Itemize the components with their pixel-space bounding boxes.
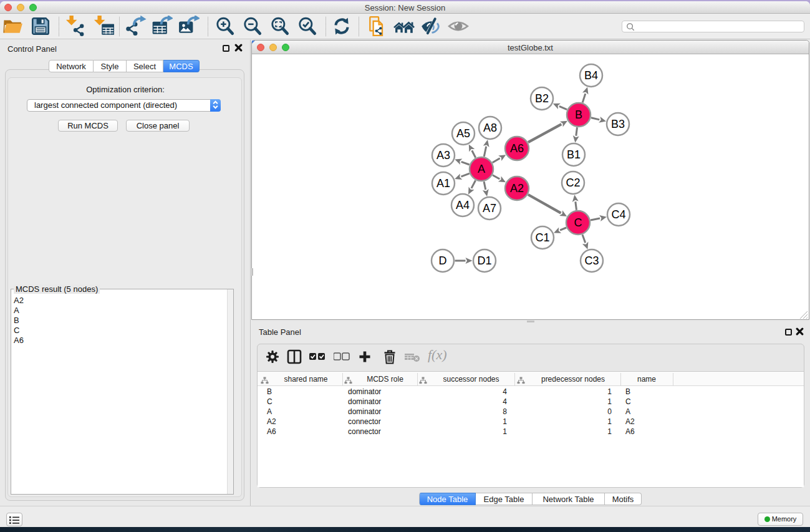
svg-text:A3: A3	[436, 149, 450, 162]
svg-text:C3: C3	[584, 254, 599, 267]
svg-text:A7: A7	[483, 202, 496, 215]
svg-text:A5: A5	[456, 127, 470, 140]
svg-text:C2: C2	[566, 177, 580, 189]
svg-text:C1: C1	[535, 231, 549, 244]
svg-text:D1: D1	[477, 254, 491, 267]
svg-text:B2: B2	[535, 92, 549, 105]
svg-text:B4: B4	[584, 69, 598, 82]
svg-text:A6: A6	[510, 142, 524, 155]
svg-text:D: D	[439, 254, 447, 267]
svg-text:B3: B3	[611, 118, 625, 130]
svg-text:A8: A8	[483, 122, 497, 134]
svg-text:C4: C4	[611, 208, 625, 221]
svg-text:A1: A1	[436, 177, 450, 190]
svg-text:B: B	[575, 109, 582, 121]
svg-text:A4: A4	[456, 199, 470, 211]
svg-text:A2: A2	[510, 182, 524, 195]
svg-text:A: A	[478, 163, 485, 175]
svg-text:B1: B1	[567, 148, 581, 161]
svg-text:C: C	[574, 216, 582, 229]
